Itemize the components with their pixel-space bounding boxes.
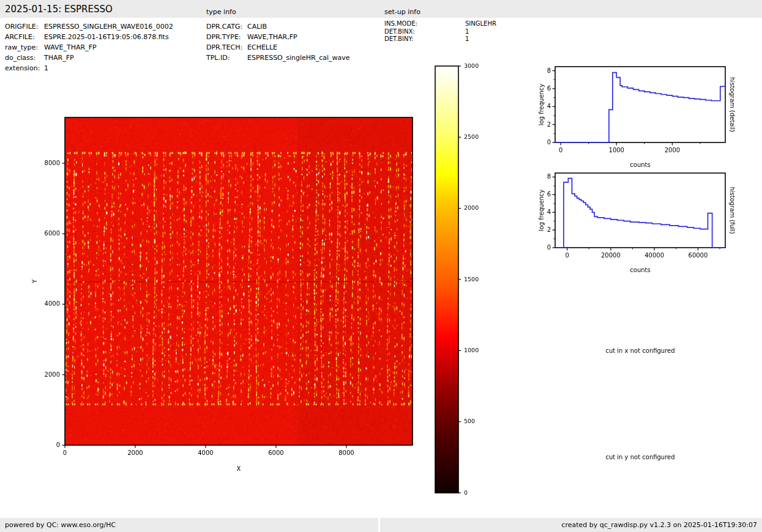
section-label-setup-info: set-up info [384, 8, 420, 16]
svg-text:8000: 8000 [338, 449, 354, 456]
meta-row: TPL.ID:ESPRESSO_singleHR_cal_wave [206, 53, 350, 63]
meta-label: extension: [5, 63, 44, 73]
svg-text:20000: 20000 [601, 252, 621, 259]
svg-text:1500: 1500 [464, 276, 479, 283]
meta-value: 1 [465, 35, 469, 42]
cut-y-status-text: cut in y not configured [605, 454, 674, 460]
hist-detail-title: histogram (detail) [729, 77, 736, 132]
meta-row: DPR.TECH:ECHELLE [206, 42, 350, 53]
svg-text:2: 2 [547, 121, 551, 128]
meta-value: WAVE_THAR_FP [44, 43, 97, 51]
meta-label: raw_type: [5, 42, 44, 53]
meta-row: DPR.TYPE:WAVE,THAR,FP [206, 32, 350, 42]
meta-row: ARCFILE:ESPRE.2025-01-16T19:05:06.878.fi… [5, 32, 173, 42]
meta-label: DET.BINX: [384, 28, 465, 36]
file-info-block: ORIGFILE:ESPRESSO_SINGLEHR_WAVE016_0002 … [5, 21, 173, 73]
svg-text:6: 6 [547, 191, 551, 198]
svg-text:2000: 2000 [127, 449, 143, 456]
page-title: 2025-01-15: ESPRESSO [5, 4, 113, 15]
svg-text:0: 0 [464, 489, 468, 496]
cut-x-status-text: cut in x not configured [605, 347, 674, 354]
meta-value: WAVE,THAR,FP [247, 33, 297, 41]
meta-label: TPL.ID: [206, 53, 247, 63]
meta-value: ESPRESSO_singleHR_cal_wave [247, 54, 350, 62]
svg-text:4: 4 [547, 209, 551, 215]
meta-label: ORIGFILE: [5, 21, 44, 32]
svg-text:1000: 1000 [464, 347, 479, 353]
main-xaxis-label: X [237, 465, 241, 472]
hist-full-xaxis-label: counts [630, 267, 650, 273]
svg-text:0: 0 [559, 147, 562, 153]
meta-row: extension:1 [5, 63, 173, 73]
svg-text:2000: 2000 [45, 371, 60, 378]
type-info-block: DPR.CATG:CALIB DPR.TYPE:WAVE,THAR,FP DPR… [206, 21, 350, 63]
section-label-type-info: type info [206, 8, 236, 16]
svg-text:1000: 1000 [609, 147, 624, 153]
svg-text:8: 8 [547, 67, 551, 74]
svg-text:60000: 60000 [689, 252, 708, 259]
svg-text:500: 500 [464, 418, 475, 424]
setup-info-block: INS.MODE:SINGLEHR DET.BINX:1 DET.BINY:1 [384, 20, 496, 43]
meta-value: ESPRESSO_SINGLEHR_WAVE016_0002 [44, 23, 173, 31]
meta-value: SINGLEHR [465, 20, 496, 27]
meta-row: DPR.CATG:CALIB [206, 21, 350, 32]
meta-value: THAR_FP [44, 54, 74, 62]
hist-full-title: histogram (full) [729, 187, 736, 234]
svg-text:4000: 4000 [45, 300, 60, 307]
footer-powered-by: powered by QC: www.eso.org/HC [5, 521, 116, 529]
meta-row: INS.MODE:SINGLEHR [384, 20, 496, 28]
meta-label: DPR.TYPE: [206, 32, 247, 42]
title-band [0, 0, 762, 18]
footer-created-by: created by qc_rawdisp.py v1.2.3 on 2025-… [561, 521, 757, 529]
colorbar-gradient [435, 66, 458, 493]
hist-full-yaxis-label: log frequency [538, 190, 545, 232]
meta-row: do_class:THAR_FP [5, 53, 173, 63]
svg-text:6000: 6000 [45, 230, 60, 237]
svg-text:4000: 4000 [198, 449, 213, 456]
svg-text:0: 0 [547, 139, 551, 146]
meta-value: ECHELLE [247, 43, 277, 51]
raw-frame-heatmap [65, 117, 413, 445]
svg-text:2: 2 [547, 226, 551, 233]
meta-row: ORIGFILE:ESPRESSO_SINGLEHR_WAVE016_0002 [5, 21, 173, 32]
svg-text:0: 0 [565, 252, 569, 259]
meta-label: DPR.TECH: [206, 42, 247, 53]
meta-label: INS.MODE: [384, 20, 465, 28]
svg-text:0: 0 [56, 441, 60, 448]
meta-row: raw_type:WAVE_THAR_FP [5, 42, 173, 53]
svg-text:8: 8 [547, 173, 551, 180]
svg-text:0: 0 [63, 449, 67, 456]
svg-text:3000: 3000 [464, 62, 479, 69]
meta-value: 1 [465, 28, 469, 35]
hist-detail-yaxis-label: log frequency [538, 84, 545, 126]
main-yaxis-label: Y [31, 279, 38, 283]
svg-text:4: 4 [547, 103, 551, 109]
meta-value: 1 [44, 64, 48, 72]
svg-text:0: 0 [547, 244, 551, 251]
svg-text:40000: 40000 [644, 252, 664, 259]
meta-label: do_class: [5, 53, 44, 63]
qc-rawdisp-page: 2025-01-15: ESPRESSO type info set-up in… [0, 0, 762, 532]
svg-text:2000: 2000 [464, 204, 479, 211]
svg-text:6: 6 [547, 85, 551, 92]
svg-text:2000: 2000 [665, 147, 680, 153]
svg-text:6000: 6000 [268, 449, 283, 456]
svg-text:2500: 2500 [464, 133, 479, 140]
meta-label: DET.BINY: [384, 35, 465, 43]
meta-label: ARCFILE: [5, 32, 44, 42]
meta-label: DPR.CATG: [206, 21, 247, 32]
meta-value: CALIB [247, 23, 267, 31]
hist-detail-xaxis-label: counts [630, 161, 650, 168]
meta-row: DET.BINY:1 [384, 35, 496, 43]
svg-text:8000: 8000 [45, 160, 60, 166]
meta-value: ESPRE.2025-01-16T19:05:06.878.fits [44, 33, 169, 41]
meta-row: DET.BINX:1 [384, 28, 496, 36]
